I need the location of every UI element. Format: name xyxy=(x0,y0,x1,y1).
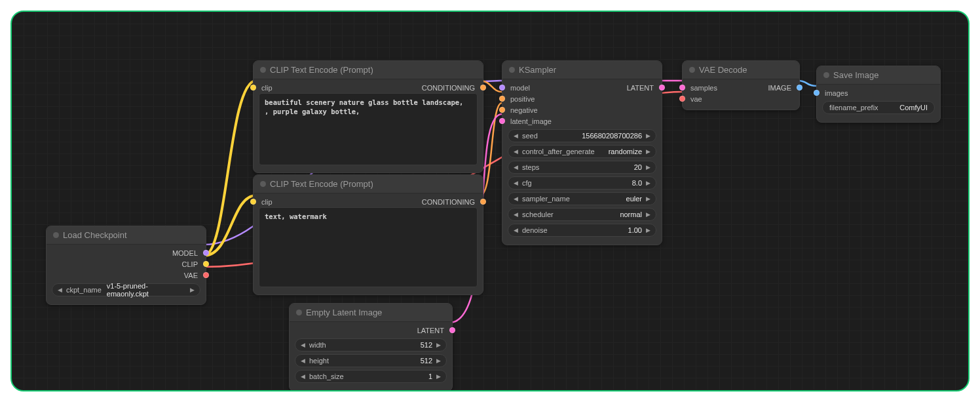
chevron-left-icon: ◀ xyxy=(512,180,519,186)
param-value: 20 xyxy=(631,163,645,171)
node-title: VAE Decode xyxy=(699,65,747,75)
port-model-out[interactable] xyxy=(203,250,209,256)
node-title: Save Image xyxy=(833,70,878,80)
param-value: normal xyxy=(617,211,645,218)
node-empty-latent[interactable]: Empty Latent Image LATENT ◀width512▶ ◀he… xyxy=(289,303,453,392)
param-name: cfg xyxy=(519,179,630,187)
port-image-out[interactable] xyxy=(797,85,802,90)
param-name: filename_prefix xyxy=(827,104,897,111)
node-title: Empty Latent Image xyxy=(306,308,382,317)
input-label-positive: positive xyxy=(508,95,537,103)
port-clip-out[interactable] xyxy=(203,261,209,267)
param-value: euler xyxy=(624,195,645,203)
param-name: denoise xyxy=(519,226,626,234)
port-vae-out[interactable] xyxy=(203,272,209,278)
param-value: 512 xyxy=(418,341,435,349)
port-images-in[interactable] xyxy=(814,90,820,96)
node-clip-encode-negative[interactable]: CLIP Text Encode (Prompt) clip CONDITION… xyxy=(253,174,483,295)
node-header[interactable]: VAE Decode xyxy=(683,61,799,79)
param-batch-size[interactable]: ◀batch_size1▶ xyxy=(295,370,447,383)
param-steps[interactable]: ◀steps20▶ xyxy=(508,161,656,174)
chevron-left-icon: ◀ xyxy=(512,211,519,218)
node-clip-encode-positive[interactable]: CLIP Text Encode (Prompt) clip CONDITION… xyxy=(253,60,483,173)
param-name: height xyxy=(307,357,418,365)
node-header[interactable]: Load Checkpoint xyxy=(47,226,206,245)
node-header[interactable]: KSampler xyxy=(502,61,662,79)
input-label-clip: clip xyxy=(259,84,274,92)
param-value: v1-5-pruned-emaonly.ckpt xyxy=(104,282,189,298)
node-title: CLIP Text Encode (Prompt) xyxy=(270,65,373,75)
param-height[interactable]: ◀height512▶ xyxy=(295,354,447,367)
param-ckpt-name[interactable]: ◀ ckpt_name v1-5-pruned-emaonly.ckpt ▶ xyxy=(52,283,200,296)
output-label-latent: LATENT xyxy=(415,327,446,334)
param-value: 512 xyxy=(418,357,435,365)
output-label-model: MODEL xyxy=(170,249,200,257)
param-name: sampler_name xyxy=(519,195,624,203)
status-dot-icon xyxy=(509,67,515,73)
param-seed[interactable]: ◀seed156680208700286▶ xyxy=(508,129,656,142)
output-label-conditioning: CONDITIONING xyxy=(420,198,477,206)
port-latent-out[interactable] xyxy=(659,85,665,90)
param-scheduler[interactable]: ◀schedulernormal▶ xyxy=(508,208,656,221)
chevron-left-icon: ◀ xyxy=(299,373,307,380)
node-header[interactable]: Save Image xyxy=(817,66,940,85)
chevron-right-icon: ▶ xyxy=(645,227,652,233)
chevron-right-icon: ▶ xyxy=(645,180,652,186)
param-denoise[interactable]: ◀denoise1.00▶ xyxy=(508,224,656,237)
chevron-right-icon: ▶ xyxy=(189,287,196,293)
param-name: width xyxy=(307,341,418,349)
status-dot-icon xyxy=(260,181,266,187)
param-value: 156680208700286 xyxy=(579,132,645,140)
param-value: 1.00 xyxy=(626,226,645,234)
node-header[interactable]: CLIP Text Encode (Prompt) xyxy=(254,175,483,193)
output-label-image: IMAGE xyxy=(766,84,793,92)
chevron-right-icon: ▶ xyxy=(435,342,442,348)
port-vae-in[interactable] xyxy=(679,96,685,102)
chevron-right-icon: ▶ xyxy=(645,164,652,171)
port-negative-in[interactable] xyxy=(499,107,505,113)
prompt-textarea[interactable] xyxy=(259,207,478,287)
param-filename-prefix[interactable]: filename_prefixComfyUI xyxy=(822,101,935,114)
param-name: seed xyxy=(519,132,579,140)
port-clip-in[interactable] xyxy=(250,199,256,205)
node-header[interactable]: Empty Latent Image xyxy=(290,304,452,322)
input-label-images: images xyxy=(823,89,850,97)
input-label-model: model xyxy=(508,84,532,92)
port-clip-in[interactable] xyxy=(250,85,256,90)
prompt-textarea[interactable] xyxy=(259,93,478,165)
input-label-clip: clip xyxy=(259,198,274,206)
param-value: 8.0 xyxy=(630,179,645,187)
chevron-right-icon: ▶ xyxy=(645,211,652,218)
chevron-right-icon: ▶ xyxy=(645,132,652,139)
param-value: randomize xyxy=(606,148,645,155)
param-control-after-generate[interactable]: ◀control_after_generaterandomize▶ xyxy=(508,145,656,158)
status-dot-icon xyxy=(260,67,266,73)
port-conditioning-out[interactable] xyxy=(480,85,486,90)
node-ksampler[interactable]: KSampler model LATENT positive negative … xyxy=(502,60,662,245)
chevron-left-icon: ◀ xyxy=(512,227,519,233)
input-label-samples: samples xyxy=(688,84,719,92)
param-width[interactable]: ◀width512▶ xyxy=(295,338,447,352)
param-sampler-name[interactable]: ◀sampler_nameeuler▶ xyxy=(508,192,656,205)
node-save-image[interactable]: Save Image images filename_prefixComfyUI xyxy=(816,66,941,123)
output-label-vae: VAE xyxy=(182,271,200,279)
port-conditioning-out[interactable] xyxy=(480,199,486,205)
port-samples-in[interactable] xyxy=(679,85,685,90)
param-cfg[interactable]: ◀cfg8.0▶ xyxy=(508,176,656,190)
param-value: 1 xyxy=(426,372,435,380)
node-header[interactable]: CLIP Text Encode (Prompt) xyxy=(254,61,483,79)
output-label-latent: LATENT xyxy=(625,84,656,92)
node-vae-decode[interactable]: VAE Decode samples IMAGE vae xyxy=(682,60,800,110)
port-latent-image-in[interactable] xyxy=(499,118,505,124)
chevron-left-icon: ◀ xyxy=(512,164,519,171)
port-latent-out[interactable] xyxy=(449,327,455,333)
chevron-right-icon: ▶ xyxy=(645,195,652,202)
port-positive-in[interactable] xyxy=(499,96,505,102)
port-model-in[interactable] xyxy=(499,85,505,90)
chevron-right-icon: ▶ xyxy=(435,357,442,364)
chevron-left-icon: ◀ xyxy=(56,287,64,293)
comfyui-canvas[interactable]: Load Checkpoint MODEL CLIP VAE ◀ ckpt_na… xyxy=(10,10,970,392)
node-load-checkpoint[interactable]: Load Checkpoint MODEL CLIP VAE ◀ ckpt_na… xyxy=(46,226,206,305)
output-label-clip: CLIP xyxy=(180,260,200,268)
node-title: Load Checkpoint xyxy=(63,230,127,240)
